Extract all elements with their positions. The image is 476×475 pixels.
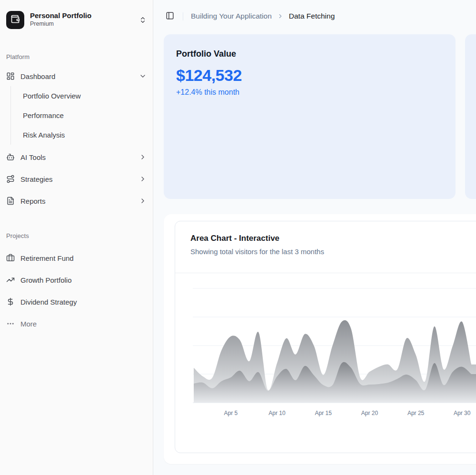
- sidebar-item-label: Retirement Fund: [20, 254, 74, 262]
- chevron-right-icon: [139, 197, 147, 205]
- topbar-separator: [183, 12, 183, 20]
- app-window: Personal Portfolio Premium Platform Dash…: [0, 0, 476, 475]
- sidebar-item-more[interactable]: More: [0, 313, 153, 335]
- sidebar-item-strategies[interactable]: Strategies: [0, 168, 153, 190]
- sidebar-item-label: Growth Portfolio: [20, 276, 72, 284]
- briefcase-icon: [6, 254, 15, 262]
- route-icon: [6, 175, 15, 183]
- svg-text:Apr 20: Apr 20: [361, 410, 378, 416]
- platform-menu: Dashboard Portfolio Overview Performance…: [0, 66, 153, 212]
- sidebar-item-reports[interactable]: Reports: [0, 190, 153, 212]
- breadcrumb-current: Data Fetching: [289, 12, 335, 20]
- sidebar-subitem-portfolio-overview[interactable]: Portfolio Overview: [11, 86, 153, 106]
- sidebar-item-label: More: [20, 320, 37, 328]
- sidebar-group-platform: Platform Dashboard Portfolio Overview Pe…: [0, 49, 153, 212]
- sidebar-item-label: Reports: [20, 197, 46, 205]
- sidebar-item-growth-portfolio[interactable]: Growth Portfolio: [0, 269, 153, 291]
- breadcrumb: Building Your Application Data Fetching: [191, 12, 335, 20]
- workspace-switcher[interactable]: Personal Portfolio Premium: [0, 0, 153, 32]
- dashboard-submenu: Portfolio Overview Performance Risk Anal…: [10, 86, 153, 145]
- stat-card-title: Portfolio Value: [176, 49, 443, 59]
- group-label-projects: Projects: [0, 228, 153, 243]
- area-chart-svg[interactable]: Apr 5Apr 10Apr 15Apr 20Apr 25Apr 30: [193, 279, 476, 418]
- panel-left-icon: [166, 11, 174, 21]
- layout-dashboard-icon: [6, 72, 15, 80]
- trending-up-icon: [6, 276, 15, 284]
- workspace-name: Personal Portfolio: [30, 11, 91, 20]
- sidebar-group-projects: Projects Retirement Fund Growth Portfoli…: [0, 228, 153, 335]
- svg-text:Apr 5: Apr 5: [224, 410, 238, 416]
- chevron-right-icon: [139, 175, 147, 183]
- svg-text:Apr 25: Apr 25: [407, 410, 425, 416]
- chart-card-header: Area Chart - Interactive Showing total v…: [175, 221, 476, 273]
- group-label-platform: Platform: [0, 49, 153, 64]
- secondary-stat-card: [465, 34, 476, 199]
- bot-icon: [6, 153, 15, 161]
- subitem-label: Risk Analysis: [23, 131, 65, 139]
- sidebar-item-retirement-fund[interactable]: Retirement Fund: [0, 247, 153, 269]
- projects-menu: Retirement Fund Growth Portfolio Dividen…: [0, 247, 153, 335]
- sidebar: Personal Portfolio Premium Platform Dash…: [0, 0, 153, 475]
- sidebar-subitem-risk-analysis[interactable]: Risk Analysis: [11, 125, 153, 145]
- chevron-right-icon: [139, 153, 147, 161]
- workspace-logo: [6, 11, 24, 29]
- chevron-down-icon: [139, 72, 147, 80]
- stat-card-value: $124,532: [176, 66, 443, 85]
- sidebar-item-ai-tools[interactable]: AI Tools: [0, 146, 153, 168]
- sidebar-item-label: Strategies: [20, 175, 53, 183]
- subitem-label: Portfolio Overview: [23, 92, 81, 100]
- sidebar-item-dividend-strategy[interactable]: Dividend Strategy: [0, 291, 153, 313]
- svg-text:Apr 30: Apr 30: [454, 410, 471, 416]
- svg-text:Apr 10: Apr 10: [268, 410, 286, 416]
- ellipsis-icon: [6, 319, 15, 328]
- file-text-icon: [6, 197, 15, 205]
- svg-text:Apr 15: Apr 15: [315, 410, 332, 416]
- sidebar-item-dashboard[interactable]: Dashboard: [0, 66, 153, 86]
- sidebar-toggle-button[interactable]: [164, 10, 176, 22]
- sidebar-item-label: Dashboard: [20, 72, 55, 80]
- chart-subtitle: Showing total visitors for the last 3 mo…: [190, 247, 476, 256]
- portfolio-value-card: Portfolio Value $124,532 +12.4% this mon…: [164, 34, 456, 199]
- breadcrumb-parent-link[interactable]: Building Your Application: [191, 12, 272, 20]
- workspace-plan: Premium: [30, 20, 91, 28]
- sidebar-item-label: Dividend Strategy: [20, 298, 77, 306]
- chevrons-up-down-icon: [139, 16, 147, 24]
- topbar: Building Your Application Data Fetching: [153, 0, 476, 32]
- main-content: Building Your Application Data Fetching …: [153, 0, 476, 475]
- dollar-sign-icon: [6, 297, 15, 306]
- area-chart-card: Area Chart - Interactive Showing total v…: [175, 221, 476, 453]
- chevron-right-icon: [277, 13, 284, 20]
- sidebar-item-label: AI Tools: [20, 153, 46, 161]
- chart-title: Area Chart - Interactive: [190, 234, 476, 243]
- wallet-icon: [10, 14, 20, 26]
- stat-card-change: +12.4% this month: [176, 88, 443, 97]
- subitem-label: Performance: [23, 111, 64, 119]
- sidebar-subitem-performance[interactable]: Performance: [11, 106, 153, 125]
